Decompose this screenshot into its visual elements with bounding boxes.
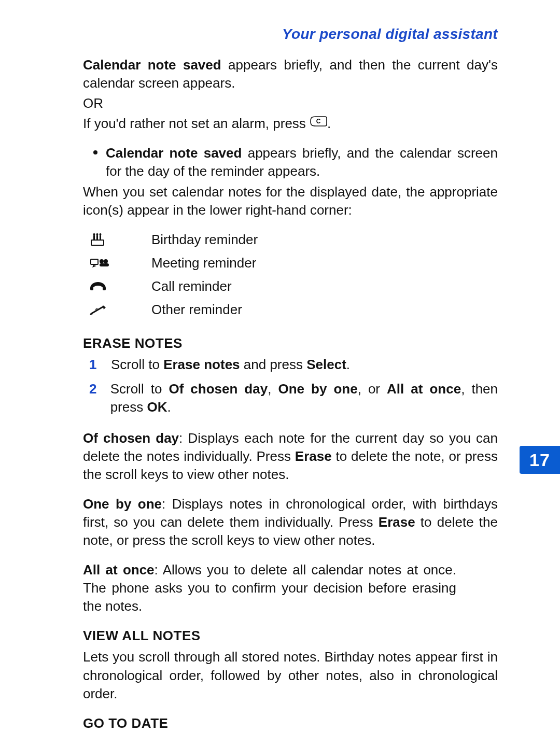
svg-rect-4 xyxy=(96,235,98,241)
erase-ofchosen: Of chosen day: Displays each note for th… xyxy=(83,429,498,484)
svg-text:C: C xyxy=(316,118,321,125)
intro-line2: If you'd rather not set an alarm, press … xyxy=(83,115,498,133)
bold-text: One by one xyxy=(83,496,162,512)
erase-step-1: 1 Scroll to Erase notes and press Select… xyxy=(89,356,498,374)
step-text: Scroll to Of chosen day, One by one, or … xyxy=(110,380,498,416)
page: Your personal digital assistant Calendar… xyxy=(0,0,560,732)
svg-rect-3 xyxy=(93,235,95,241)
call-icon xyxy=(89,281,107,291)
svg-rect-5 xyxy=(100,235,101,241)
section-gotodate-title: GO TO DATE xyxy=(83,714,498,732)
text: Scroll to xyxy=(110,381,169,397)
bold-text: Erase xyxy=(379,514,415,530)
text: , xyxy=(268,381,278,397)
svg-point-7 xyxy=(96,233,99,235)
icon-label: Call reminder xyxy=(151,277,232,295)
viewall-text: Lets you scroll through all stored notes… xyxy=(83,648,498,702)
text: , or xyxy=(358,381,387,397)
bold-text: One by one xyxy=(278,381,357,397)
text: . xyxy=(167,399,171,415)
step-number: 2 xyxy=(89,380,99,416)
bold-text: Of chosen day xyxy=(169,381,268,397)
icon-label: Birthday reminder xyxy=(151,231,258,249)
svg-rect-14 xyxy=(90,287,93,290)
erase-allatonce: All at once: Allows you to delete all ca… xyxy=(83,561,498,615)
bold-text: Erase notes xyxy=(163,357,240,372)
step-text: Scroll to Erase notes and press Select. xyxy=(111,356,350,374)
bold-text: Of chosen day xyxy=(83,430,179,446)
birthday-icon xyxy=(89,232,106,247)
text: . xyxy=(327,116,331,131)
icon-label: Other reminder xyxy=(151,301,242,319)
icon-label: Meeting reminder xyxy=(151,254,256,272)
bold-text: OK xyxy=(147,399,167,415)
intro-bullet: Calendar note saved appears briefly, and… xyxy=(93,144,498,180)
text: . xyxy=(346,357,350,372)
intro-or: OR xyxy=(83,94,498,112)
erase-step-2: 2 Scroll to Of chosen day, One by one, o… xyxy=(89,380,498,416)
meeting-icon xyxy=(89,257,110,269)
bullet-icon xyxy=(93,150,97,154)
icon-row-call: Call reminder xyxy=(83,277,498,295)
intro-line1: Calendar note saved appears briefly, and… xyxy=(83,56,498,92)
c-key-icon: C xyxy=(310,116,327,127)
svg-rect-13 xyxy=(100,263,109,266)
text: If you'd rather not set an alarm, press xyxy=(83,116,310,131)
section-viewall-title: VIEW ALL NOTES xyxy=(83,627,498,645)
bold-text: All at once xyxy=(387,381,461,397)
bullet-text: Calendar note saved appears briefly, and… xyxy=(106,144,498,180)
svg-point-8 xyxy=(100,233,102,235)
svg-rect-10 xyxy=(91,260,97,264)
svg-point-12 xyxy=(104,259,108,263)
text: and press xyxy=(240,357,307,372)
svg-point-11 xyxy=(100,259,104,263)
text: Scroll to xyxy=(111,357,163,372)
chapter-tab: 17 xyxy=(520,446,560,474)
icon-row-birthday: Birthday reminder xyxy=(83,231,498,249)
icon-row-meeting: Meeting reminder xyxy=(83,254,498,272)
erase-onebyone: One by one: Displays notes in chronologi… xyxy=(83,495,498,550)
icon-row-other: Other reminder xyxy=(83,301,498,319)
bold-text: Calendar note saved xyxy=(106,145,242,161)
section-erase-title: ERASE NOTES xyxy=(83,334,498,353)
other-icon xyxy=(89,304,108,316)
step-number: 1 xyxy=(89,356,100,374)
icon-intro: When you set calendar notes for the disp… xyxy=(83,183,498,219)
bold-text: All at once xyxy=(83,562,155,578)
bold-text: Calendar note saved xyxy=(83,57,221,73)
bold-text: Select xyxy=(306,357,346,372)
bold-text: Erase xyxy=(295,448,332,464)
intro-block: Calendar note saved appears briefly, and… xyxy=(83,56,498,133)
page-header: Your personal digital assistant xyxy=(83,26,498,43)
erase-steps: 1 Scroll to Erase notes and press Select… xyxy=(83,356,498,416)
svg-rect-2 xyxy=(92,241,103,245)
svg-rect-15 xyxy=(103,287,106,290)
svg-point-6 xyxy=(93,233,95,235)
icon-table: Birthday reminder Meeting reminder xyxy=(83,231,498,319)
